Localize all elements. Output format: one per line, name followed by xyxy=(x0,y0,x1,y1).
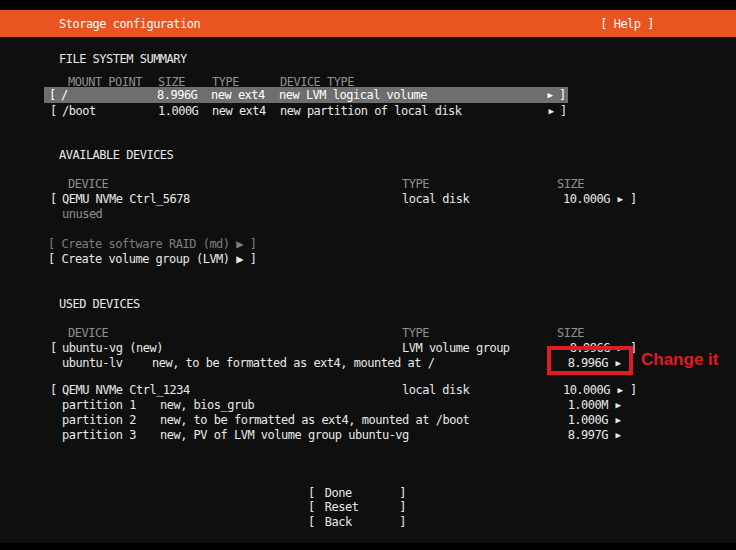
create-volume-group-action[interactable]: [ Create volume group (LVM) ▶ ] xyxy=(48,251,256,267)
fs-row-boot[interactable]: [ /boot 1.000G new ext4 new partition of… xyxy=(45,103,568,119)
help-button[interactable]: [ Help ] xyxy=(600,17,654,31)
row-close-bracket: ] xyxy=(630,191,638,207)
row-open-bracket: [ xyxy=(45,103,62,119)
done-button-label: Done xyxy=(325,486,400,501)
device-name-cell: ubuntu-vg (new) xyxy=(62,340,402,356)
row-close-bracket: ] xyxy=(560,103,568,119)
col-header-type: TYPE xyxy=(402,176,553,192)
col-header-device: DEVICE xyxy=(62,325,402,341)
button-open-bracket: [ xyxy=(308,515,315,530)
col-header-type: TYPE xyxy=(402,325,553,341)
size-cell: 1.000G xyxy=(158,103,212,119)
device-name-cell: QEMU NVMe Ctrl_1234 xyxy=(62,382,402,398)
page-title: Storage configuration xyxy=(59,17,200,31)
partition-name-cell: partition 2 xyxy=(62,412,160,428)
row-open-bracket: [ xyxy=(45,382,62,398)
partition-name-cell: partition 1 xyxy=(62,397,160,413)
expand-arrow-icon: ▶ xyxy=(608,427,628,443)
title-bar: Storage configuration [ Help ] xyxy=(0,10,736,37)
used-row-qemu-disk[interactable]: [ QEMU NVMe Ctrl_1234 local disk 10.000G… xyxy=(45,382,638,398)
size-cell: 1.000M xyxy=(551,397,608,413)
type-cell: new ext4 xyxy=(211,87,279,103)
device-type-cell: LVM volume group xyxy=(402,340,553,356)
lv-desc-cell: new, to be formatted as ext4, mounted at… xyxy=(152,355,551,371)
section-title-file-system-summary: FILE SYSTEM SUMMARY xyxy=(59,51,187,67)
used-row-partition-1[interactable]: partition 1 new, bios_grub 1.000M ▶ xyxy=(45,397,638,413)
section-title-used-devices: USED DEVICES xyxy=(59,296,140,312)
expand-arrow-icon: ▶ xyxy=(610,382,630,398)
mount-point-cell: /boot xyxy=(62,103,158,119)
button-close-bracket: ] xyxy=(399,500,406,515)
size-cell: 10.000G xyxy=(553,382,610,398)
done-button[interactable]: [ Done ] xyxy=(308,486,406,501)
expand-arrow-icon: ▶ xyxy=(610,191,630,207)
reset-button-label: Reset xyxy=(325,500,400,515)
row-open-bracket: [ xyxy=(44,87,61,103)
row-close-bracket: ] xyxy=(559,87,567,103)
button-close-bracket: ] xyxy=(399,486,406,501)
annotation-highlight-box xyxy=(547,346,633,375)
partition-desc-cell: new, to be formatted as ext4, mounted at… xyxy=(160,412,551,428)
button-open-bracket: [ xyxy=(308,486,315,501)
section-title-available-devices: AVAILABLE DEVICES xyxy=(59,147,173,163)
bottom-letterbox xyxy=(0,543,736,550)
available-header-row: DEVICE TYPE SIZE xyxy=(45,176,638,192)
used-header-row: DEVICE TYPE SIZE xyxy=(45,325,638,341)
storage-configuration-screen: Storage configuration [ Help ] FILE SYST… xyxy=(0,0,736,550)
col-header-size: SIZE xyxy=(553,176,610,192)
partition-name-cell: partition 3 xyxy=(62,427,160,443)
device-type-cell: new partition of local disk xyxy=(280,103,542,119)
back-button-label: Back xyxy=(325,515,400,530)
button-open-bracket: [ xyxy=(308,500,315,515)
device-type-cell: new LVM logical volume xyxy=(279,87,541,103)
col-header-device: DEVICE xyxy=(62,176,402,192)
expand-arrow-icon: ▶ xyxy=(542,103,560,119)
available-device-row[interactable]: [ QEMU NVMe Ctrl_5678 local disk 10.000G… xyxy=(45,191,638,207)
fs-row-root[interactable]: [ / 8.996G new ext4 new LVM logical volu… xyxy=(44,87,568,103)
device-type-cell: local disk xyxy=(402,382,553,398)
size-cell: 1.000G xyxy=(551,412,608,428)
row-open-bracket: [ xyxy=(45,191,62,207)
used-row-partition-2[interactable]: partition 2 new, to be formatted as ext4… xyxy=(45,412,638,428)
annotation-label: Change it xyxy=(641,350,718,370)
partition-desc-cell: new, bios_grub xyxy=(160,397,551,413)
size-cell: 8.996G xyxy=(157,87,211,103)
reset-button[interactable]: [ Reset ] xyxy=(308,500,406,515)
create-software-raid-action: [ Create software RAID (md) ▶ ] xyxy=(48,236,256,252)
row-close-bracket: ] xyxy=(630,382,638,398)
button-close-bracket: ] xyxy=(399,515,406,530)
type-cell: new ext4 xyxy=(212,103,280,119)
expand-arrow-icon: ▶ xyxy=(608,397,628,413)
col-header-size: SIZE xyxy=(553,325,610,341)
device-type-cell: local disk xyxy=(402,191,553,207)
expand-arrow-icon: ▶ xyxy=(608,412,628,428)
device-name-cell: QEMU NVMe Ctrl_5678 xyxy=(62,191,402,207)
lv-name-cell: ubuntu-lv xyxy=(62,355,152,371)
size-cell: 8.997G xyxy=(551,427,608,443)
expand-arrow-icon: ▶ xyxy=(541,87,559,103)
used-row-partition-3[interactable]: partition 3 new, PV of LVM volume group … xyxy=(45,427,638,443)
mount-point-cell: / xyxy=(61,87,157,103)
partition-desc-cell: new, PV of LVM volume group ubuntu-vg xyxy=(160,427,551,443)
device-unused-label: unused xyxy=(62,206,102,222)
back-button[interactable]: [ Back ] xyxy=(308,515,406,530)
size-cell: 10.000G xyxy=(553,191,610,207)
top-letterbox xyxy=(0,0,736,10)
row-open-bracket: [ xyxy=(45,340,62,356)
